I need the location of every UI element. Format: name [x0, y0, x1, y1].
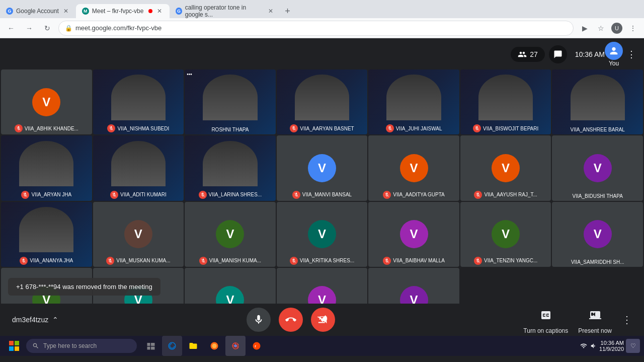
- participant-cell[interactable]: VIIA_ARYAN JHA: [1, 135, 92, 200]
- participant-name-bar: VIIA_KRITIKA SHRES...: [277, 257, 368, 265]
- participant-cell[interactable]: •••ROSHNI THAPA: [185, 69, 276, 134]
- mute-icon: [199, 191, 207, 199]
- address-bar[interactable]: 🔒 meet.google.com/fkr-fvpc-vbe: [58, 21, 574, 36]
- user-avatar[interactable]: [605, 42, 623, 60]
- participant-avatar: V: [400, 220, 428, 248]
- tray-date-display: 11/9/2020: [599, 346, 624, 352]
- participant-cell[interactable]: VVIIA_AADITYA GUPTA: [368, 135, 459, 200]
- topbar-more-button[interactable]: ⋮: [627, 49, 636, 60]
- taskview-button[interactable]: [141, 336, 161, 356]
- chat-icon: [553, 50, 562, 59]
- cell-options-dots[interactable]: •••: [187, 71, 192, 77]
- tray-clock: 10:36 AM 11/9/2020: [599, 340, 624, 352]
- participant-cell[interactable]: VVIIA_SAMRIDDHI SH...: [552, 202, 643, 267]
- participant-avatar: V: [124, 220, 152, 248]
- participant-cell[interactable]: VVIIA_KRITIKA SHRES...: [277, 202, 368, 267]
- add-tab-button[interactable]: +: [280, 4, 294, 18]
- tab-other-label: calling operator tone in google s...: [185, 4, 265, 18]
- tab-google-close[interactable]: ✕: [62, 7, 70, 15]
- participant-name-text: VIIA_ANSHREE BARAL: [571, 127, 625, 132]
- svg-rect-0: [9, 341, 14, 345]
- edge-icon: [168, 341, 177, 350]
- participant-cell[interactable]: VVIIA_MANISH KUMA...: [185, 202, 276, 267]
- start-button[interactable]: [4, 336, 24, 356]
- participant-name-text: VIIA_MANISH KUMA...: [209, 258, 261, 263]
- reload-button[interactable]: ↻: [40, 21, 54, 35]
- google-favicon: G: [6, 8, 13, 15]
- chevron-up-icon[interactable]: ⌃: [52, 316, 58, 324]
- forward-button[interactable]: →: [22, 21, 36, 35]
- participant-cell[interactable]: VIIA_BISWOJIT BEPARI: [460, 69, 551, 134]
- mic-button[interactable]: [247, 308, 271, 332]
- menu-icon[interactable]: ⋮: [626, 21, 640, 35]
- end-call-button[interactable]: [279, 308, 303, 332]
- mute-icon: [107, 124, 115, 132]
- edge-app[interactable]: [162, 336, 182, 356]
- mute-icon: [474, 257, 482, 265]
- notification-text: +1 678-***-**94 was removed from the mee…: [16, 283, 152, 291]
- participant-name-bar: VIIA_SAMRIDDHI SH...: [552, 259, 643, 265]
- participant-name-text: VIIA_AAYUSH RAJ_T...: [484, 192, 537, 197]
- cast-icon[interactable]: ▶: [578, 21, 592, 35]
- participant-cell[interactable]: VVIIA_AAYUSH RAJ_T...: [460, 135, 551, 200]
- taskbar: Type here to search r 10:36 AM 11/9/2020: [0, 336, 644, 356]
- participant-name-text: VIIA_KRITIKA SHRES...: [300, 258, 354, 263]
- svg-rect-1: [15, 341, 19, 345]
- more-options-button[interactable]: ⋮: [622, 314, 632, 326]
- taskbar-search[interactable]: Type here to search: [26, 339, 137, 353]
- participant-name-text: VIIA_ADITI KUMARI: [120, 192, 167, 197]
- participant-cell[interactable]: VVIIA_TENZIN YANGC...: [460, 202, 551, 267]
- mute-icon: [386, 124, 394, 132]
- video-off-icon: [317, 314, 329, 325]
- tab-meet[interactable]: M Meet – fkr-fvpc-vbe ✕: [76, 4, 170, 18]
- participant-cell[interactable]: VIIA_ANANYA JHA: [1, 202, 92, 267]
- file-explorer-app[interactable]: [183, 336, 203, 356]
- lock-icon: 🔒: [65, 25, 72, 32]
- reddit-icon: r: [252, 341, 261, 350]
- participant-cell[interactable]: VVIIA_BAIBHAV MALLA: [368, 202, 459, 267]
- back-button[interactable]: ←: [4, 21, 18, 35]
- captions-button[interactable]: Turn on captions: [523, 305, 568, 334]
- browser-toolbar: ← → ↻ 🔒 meet.google.com/fkr-fvpc-vbe ▶ ☆…: [0, 18, 644, 38]
- participant-cell[interactable]: VIIA_JUHI JAISWAL: [368, 69, 459, 134]
- participant-name-text: VIIA_TENZIN YANGC...: [484, 258, 537, 263]
- screen-share-icon: [589, 309, 601, 321]
- participant-cell[interactable]: VVIIA_MUSKAN KUMA...: [93, 202, 184, 267]
- cc-icon: [540, 309, 552, 321]
- firefox-app[interactable]: [204, 336, 224, 356]
- tab-other[interactable]: G calling operator tone in google s... ✕: [170, 4, 280, 18]
- bookmark-icon[interactable]: ☆: [594, 21, 608, 35]
- participant-cell[interactable]: VIIA_AARYAN BASNET: [277, 69, 368, 134]
- participant-cell[interactable]: VVIIA_BIDUSHI THAPA: [552, 135, 643, 200]
- participants-count: 27: [530, 50, 538, 58]
- tray-icons: [580, 342, 597, 349]
- mute-icon: [474, 191, 482, 199]
- chrome-app[interactable]: [225, 336, 246, 356]
- present-button[interactable]: Present now: [578, 305, 612, 334]
- participant-name-text: VIIA_MUSKAN KUMA...: [116, 258, 170, 263]
- mute-icon: [290, 124, 298, 132]
- participant-cell[interactable]: VIIA_ADITI KUMARI: [93, 135, 184, 200]
- present-label: Present now: [578, 327, 612, 334]
- participant-cell[interactable]: VIIA_LARINA SHRES...: [185, 135, 276, 200]
- tab-other-close[interactable]: ✕: [267, 7, 274, 15]
- notification-center[interactable]: ♡: [626, 339, 640, 353]
- toolbar-right: ▶ ☆ U ⋮: [578, 21, 640, 35]
- chat-button[interactable]: [549, 45, 567, 63]
- participant-avatar: V: [492, 220, 520, 248]
- video-button[interactable]: [311, 308, 335, 332]
- participant-name-bar: VIIA_BISWOJIT BEPARI: [460, 124, 551, 132]
- tab-google-account[interactable]: G Google Account ✕: [0, 4, 76, 18]
- participant-cell[interactable]: VIIA_NISHMA SUBEDI: [93, 69, 184, 134]
- participant-avatar: V: [308, 220, 336, 248]
- participant-cell[interactable]: VVIIA_MANVI BANSAL: [277, 135, 368, 200]
- mute-icon: [20, 257, 28, 265]
- participant-cell[interactable]: VVIIA_ABHIK KHANDE...: [1, 69, 92, 134]
- participants-button[interactable]: 27: [511, 47, 545, 62]
- participant-cell[interactable]: VIIA_ANSHREE BARAL: [552, 69, 643, 134]
- profile-icon[interactable]: U: [610, 21, 624, 35]
- participant-name-text: ROSHNI THAPA: [211, 127, 249, 132]
- other-app[interactable]: r: [247, 336, 267, 356]
- participant-avatar: V: [584, 154, 612, 182]
- tab-meet-close[interactable]: ✕: [155, 7, 164, 15]
